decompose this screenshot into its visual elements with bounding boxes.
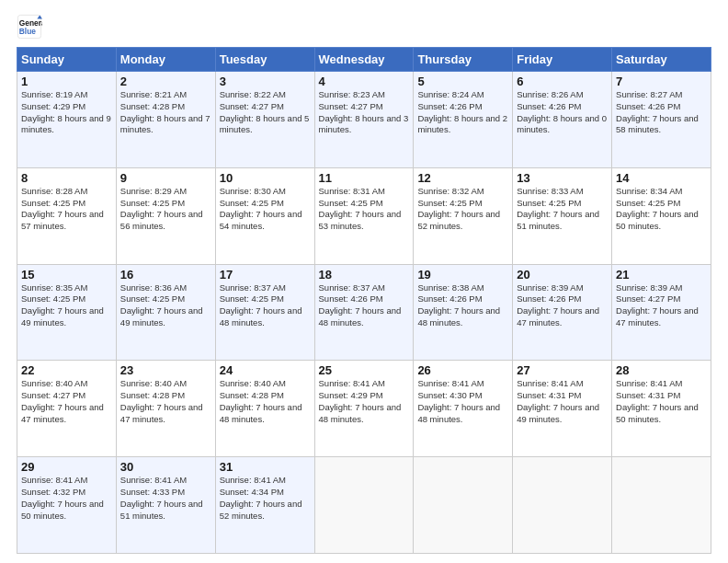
day-info: Sunrise: 8:26 AM Sunset: 4:26 PM Dayligh… <box>517 89 608 136</box>
week-row-2: 8 Sunrise: 8:28 AM Sunset: 4:25 PM Dayli… <box>17 167 711 264</box>
day-number: 27 <box>517 363 608 377</box>
day-number: 28 <box>616 363 707 377</box>
calendar-cell: 19 Sunrise: 8:38 AM Sunset: 4:26 PM Dayl… <box>414 264 513 361</box>
day-number: 18 <box>319 268 410 282</box>
calendar-cell: 25 Sunrise: 8:41 AM Sunset: 4:29 PM Dayl… <box>314 361 414 457</box>
day-number: 30 <box>120 460 211 474</box>
calendar-cell: 13 Sunrise: 8:33 AM Sunset: 4:25 PM Dayl… <box>513 167 612 264</box>
day-info: Sunrise: 8:40 AM Sunset: 4:28 PM Dayligh… <box>220 378 311 425</box>
day-number: 7 <box>616 75 707 88</box>
calendar-cell: 28 Sunrise: 8:41 AM Sunset: 4:31 PM Dayl… <box>612 361 711 457</box>
day-number: 16 <box>120 268 211 282</box>
day-info: Sunrise: 8:22 AM Sunset: 4:27 PM Dayligh… <box>220 89 311 136</box>
day-info: Sunrise: 8:37 AM Sunset: 4:26 PM Dayligh… <box>319 282 410 329</box>
day-info: Sunrise: 8:29 AM Sunset: 4:25 PM Dayligh… <box>120 186 211 233</box>
day-number: 11 <box>319 171 410 185</box>
day-number: 14 <box>616 171 707 185</box>
day-header-friday: Friday <box>513 48 612 72</box>
day-info: Sunrise: 8:32 AM Sunset: 4:25 PM Dayligh… <box>417 186 508 233</box>
day-info: Sunrise: 8:39 AM Sunset: 4:27 PM Dayligh… <box>616 282 707 329</box>
day-header-sunday: Sunday <box>17 48 117 72</box>
day-number: 17 <box>220 268 311 282</box>
calendar-cell: 16 Sunrise: 8:36 AM Sunset: 4:25 PM Dayl… <box>116 264 215 361</box>
day-info: Sunrise: 8:24 AM Sunset: 4:26 PM Dayligh… <box>417 89 508 136</box>
day-number: 3 <box>220 75 311 88</box>
day-number: 6 <box>517 75 608 88</box>
calendar-header-row: SundayMondayTuesdayWednesdayThursdayFrid… <box>17 48 711 72</box>
calendar-cell: 5 Sunrise: 8:24 AM Sunset: 4:26 PM Dayli… <box>414 72 513 168</box>
day-info: Sunrise: 8:40 AM Sunset: 4:28 PM Dayligh… <box>120 378 211 425</box>
day-number: 15 <box>21 268 112 282</box>
calendar-cell <box>513 457 612 554</box>
day-info: Sunrise: 8:33 AM Sunset: 4:25 PM Dayligh… <box>517 186 608 233</box>
week-row-5: 29 Sunrise: 8:41 AM Sunset: 4:32 PM Dayl… <box>17 457 711 554</box>
day-header-tuesday: Tuesday <box>215 48 314 72</box>
day-number: 29 <box>21 460 112 474</box>
day-info: Sunrise: 8:41 AM Sunset: 4:30 PM Dayligh… <box>417 378 508 425</box>
day-info: Sunrise: 8:21 AM Sunset: 4:28 PM Dayligh… <box>120 89 211 136</box>
day-header-saturday: Saturday <box>612 48 711 72</box>
calendar-cell <box>612 457 711 554</box>
day-header-thursday: Thursday <box>414 48 513 72</box>
calendar-cell: 11 Sunrise: 8:31 AM Sunset: 4:25 PM Dayl… <box>314 167 414 264</box>
calendar-cell: 2 Sunrise: 8:21 AM Sunset: 4:28 PM Dayli… <box>116 72 215 168</box>
week-row-1: 1 Sunrise: 8:19 AM Sunset: 4:29 PM Dayli… <box>17 72 711 168</box>
day-info: Sunrise: 8:28 AM Sunset: 4:25 PM Dayligh… <box>21 186 112 233</box>
day-info: Sunrise: 8:36 AM Sunset: 4:25 PM Dayligh… <box>120 282 211 329</box>
day-info: Sunrise: 8:41 AM Sunset: 4:31 PM Dayligh… <box>517 378 608 425</box>
page: General Blue SundayMondayTuesdayWednesda… <box>0 0 728 563</box>
calendar-cell: 21 Sunrise: 8:39 AM Sunset: 4:27 PM Dayl… <box>612 264 711 361</box>
calendar-cell: 18 Sunrise: 8:37 AM Sunset: 4:26 PM Dayl… <box>314 264 414 361</box>
calendar-cell: 1 Sunrise: 8:19 AM Sunset: 4:29 PM Dayli… <box>17 72 117 168</box>
day-info: Sunrise: 8:27 AM Sunset: 4:26 PM Dayligh… <box>616 89 707 136</box>
calendar-cell: 4 Sunrise: 8:23 AM Sunset: 4:27 PM Dayli… <box>314 72 414 168</box>
day-info: Sunrise: 8:37 AM Sunset: 4:25 PM Dayligh… <box>220 282 311 329</box>
day-info: Sunrise: 8:41 AM Sunset: 4:33 PM Dayligh… <box>120 475 211 522</box>
day-info: Sunrise: 8:41 AM Sunset: 4:29 PM Dayligh… <box>319 378 410 425</box>
week-row-3: 15 Sunrise: 8:35 AM Sunset: 4:25 PM Dayl… <box>17 264 711 361</box>
day-info: Sunrise: 8:41 AM Sunset: 4:34 PM Dayligh… <box>220 475 311 522</box>
calendar-cell: 20 Sunrise: 8:39 AM Sunset: 4:26 PM Dayl… <box>513 264 612 361</box>
day-number: 25 <box>319 363 410 377</box>
day-info: Sunrise: 8:38 AM Sunset: 4:26 PM Dayligh… <box>417 282 508 329</box>
calendar-cell: 29 Sunrise: 8:41 AM Sunset: 4:32 PM Dayl… <box>17 457 117 554</box>
day-number: 26 <box>417 363 508 377</box>
day-info: Sunrise: 8:31 AM Sunset: 4:25 PM Dayligh… <box>319 186 410 233</box>
day-info: Sunrise: 8:35 AM Sunset: 4:25 PM Dayligh… <box>21 282 112 329</box>
day-header-wednesday: Wednesday <box>314 48 414 72</box>
calendar-cell: 31 Sunrise: 8:41 AM Sunset: 4:34 PM Dayl… <box>215 457 314 554</box>
week-row-4: 22 Sunrise: 8:40 AM Sunset: 4:27 PM Dayl… <box>17 361 711 457</box>
day-number: 24 <box>220 363 311 377</box>
calendar-cell: 30 Sunrise: 8:41 AM Sunset: 4:33 PM Dayl… <box>116 457 215 554</box>
day-info: Sunrise: 8:41 AM Sunset: 4:32 PM Dayligh… <box>21 475 112 522</box>
day-number: 2 <box>120 75 211 88</box>
day-number: 13 <box>517 171 608 185</box>
calendar-cell: 7 Sunrise: 8:27 AM Sunset: 4:26 PM Dayli… <box>612 72 711 168</box>
calendar-cell: 8 Sunrise: 8:28 AM Sunset: 4:25 PM Dayli… <box>17 167 117 264</box>
day-number: 1 <box>21 75 112 88</box>
day-number: 9 <box>120 171 211 185</box>
calendar-cell: 10 Sunrise: 8:30 AM Sunset: 4:25 PM Dayl… <box>215 167 314 264</box>
calendar-cell: 6 Sunrise: 8:26 AM Sunset: 4:26 PM Dayli… <box>513 72 612 168</box>
day-number: 31 <box>220 460 311 474</box>
day-number: 20 <box>517 268 608 282</box>
calendar-cell <box>314 457 414 554</box>
day-number: 22 <box>21 363 112 377</box>
day-number: 21 <box>616 268 707 282</box>
svg-text:General: General <box>19 18 42 28</box>
header: General Blue <box>17 14 711 40</box>
calendar-cell: 22 Sunrise: 8:40 AM Sunset: 4:27 PM Dayl… <box>17 361 117 457</box>
day-number: 12 <box>417 171 508 185</box>
calendar-table: SundayMondayTuesdayWednesdayThursdayFrid… <box>17 47 711 554</box>
calendar-cell: 15 Sunrise: 8:35 AM Sunset: 4:25 PM Dayl… <box>17 264 117 361</box>
logo-icon: General Blue <box>17 14 42 40</box>
calendar-cell: 24 Sunrise: 8:40 AM Sunset: 4:28 PM Dayl… <box>215 361 314 457</box>
calendar-cell: 9 Sunrise: 8:29 AM Sunset: 4:25 PM Dayli… <box>116 167 215 264</box>
calendar-cell: 14 Sunrise: 8:34 AM Sunset: 4:25 PM Dayl… <box>612 167 711 264</box>
day-number: 19 <box>417 268 508 282</box>
day-header-monday: Monday <box>116 48 215 72</box>
day-number: 23 <box>120 363 211 377</box>
day-number: 8 <box>21 171 112 185</box>
calendar-cell: 12 Sunrise: 8:32 AM Sunset: 4:25 PM Dayl… <box>414 167 513 264</box>
day-number: 4 <box>319 75 410 88</box>
